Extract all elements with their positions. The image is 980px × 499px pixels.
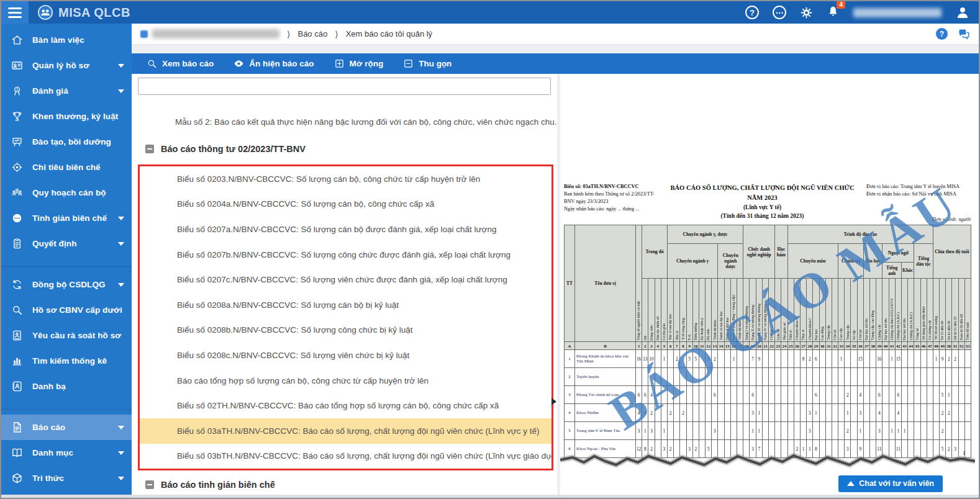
cell	[800, 422, 806, 440]
view-report-button[interactable]: Xem báo cáo	[147, 58, 214, 69]
cell	[680, 350, 686, 368]
cell	[737, 404, 743, 422]
col-number: 42	[895, 342, 901, 350]
report-meta-right: Đơn vị báo cáo: Trung tâm Y tế huyện MIS…	[866, 183, 971, 221]
cell	[769, 404, 775, 422]
breadcrumb-separator: ⟩	[287, 29, 290, 39]
report-item[interactable]: Biểu số 0208a.N/BNV-CBCCVC: Số lượng cán…	[140, 292, 551, 318]
col-number: 19	[750, 342, 756, 350]
cell	[946, 368, 952, 386]
menu-toggle-icon[interactable]	[1, 1, 29, 24]
col-number: 15	[724, 342, 730, 350]
toolbar-button-label: Mở rộng	[350, 59, 384, 68]
cell	[952, 422, 958, 440]
sidebar-item-tim-kiem-thong-ke[interactable]: Tìm kiếm thống kê	[1, 348, 132, 374]
list-scroll-arrow[interactable]	[551, 398, 556, 405]
cell: 15	[895, 350, 901, 368]
bar-chart-icon	[10, 354, 24, 368]
report-item[interactable]: Biểu số 0207a.N/BNV-CBCCVC: Số lượng cán…	[140, 217, 551, 242]
cell: 2	[946, 404, 952, 422]
report-item[interactable]: Mẫu số 2: Báo cáo kết quả thực hiện nâng…	[132, 109, 557, 135]
col-header: Còn lại	[832, 279, 838, 342]
report-item[interactable]: Biểu số 03bTH.N/BNV-CBCCVC: Báo cáo số l…	[140, 444, 551, 469]
sidebar-item-quy-hoach-can-bo[interactable]: Quy hoạch cán bộ	[1, 180, 132, 205]
sidebar-item-quyet-dinh[interactable]: Quyết định	[1, 231, 132, 256]
report-group-header[interactable]: Báo cáo thông tư 02/2023/TT-BNV	[132, 135, 557, 163]
sidebar-item-danh-muc[interactable]: Danh mục	[1, 440, 132, 465]
cell	[851, 368, 857, 386]
col-header: Nam từ 56 đến 60	[958, 279, 964, 342]
more-options-icon[interactable]: ⋯	[773, 6, 786, 19]
col-group-header: Chuyên ngành y	[667, 244, 718, 279]
expand-button[interactable]: Mở rộng	[334, 58, 384, 69]
sidebar-item-bao-cao[interactable]: Báo cáo	[1, 415, 132, 440]
cell	[964, 404, 971, 422]
sidebar-item-danh-ba[interactable]: Danh bạ	[1, 374, 132, 399]
col-header: Từ 41 đến 50	[946, 279, 952, 342]
cell	[667, 350, 673, 368]
cell	[863, 386, 869, 404]
sidebar-item-tri-thuc[interactable]: Tri thức	[1, 465, 132, 491]
collapse-minus-icon[interactable]	[145, 145, 154, 153]
collapse-minus-icon[interactable]	[145, 480, 154, 489]
cell: 3	[636, 422, 642, 440]
sidebar-item-danh-gia[interactable]: 1Đánh giá	[1, 78, 132, 104]
cell	[870, 368, 876, 386]
cell	[927, 368, 933, 386]
col-header: Cao cấp	[838, 279, 845, 342]
sidebar-item-khen-thuong-ky-luat[interactable]: Khen thưởng, kỷ luật	[1, 104, 132, 129]
col-header: Trên 60 tuổi	[964, 279, 971, 342]
report-group-header[interactable]: Báo cáo tinh giản biên chế	[132, 470, 557, 495]
settings-gear-icon[interactable]	[800, 6, 813, 19]
report-item[interactable]: Biểu số 02TH.N/BNV-CBCCVC: Báo cáo tổng …	[140, 393, 551, 418]
sidebar-item-ho-so-cbnv-cap-duoi[interactable]: Hồ sơ CBNV cấp dưới	[1, 297, 132, 323]
col-number: 48	[933, 342, 939, 350]
report-item[interactable]: Biểu số 03aTH.N/BNV-CBCCVC: Báo cáo số l…	[140, 418, 551, 444]
cell	[863, 404, 869, 422]
chat-support-button[interactable]: Chat với tư vấn viên	[838, 475, 943, 492]
cell: 5	[940, 386, 946, 404]
sidebar-item-quan-ly-ho-so[interactable]: Quản lý hồ sơ	[1, 53, 132, 78]
report-item[interactable]: Báo cáo tổng hợp số lượng cán bộ, công c…	[140, 368, 551, 393]
toggle-report-visibility-button[interactable]: Ẩn hiện báo cáo	[234, 58, 314, 69]
cell	[876, 368, 882, 386]
report-item[interactable]: Biểu số 0208c.N/BNV-CBCCVC: Số lượng viê…	[140, 343, 551, 368]
report-search-input[interactable]	[138, 78, 551, 95]
sidebar-item-chi-tieu-bien-che[interactable]: Chỉ tiêu biên chế	[1, 155, 132, 180]
report-item[interactable]: Biểu số 0207b.N/BNV-CBCCVC: Số lượng côn…	[140, 242, 551, 267]
page-help-icon[interactable]: ?	[936, 28, 948, 40]
cell	[870, 422, 876, 440]
org-people-icon	[10, 186, 24, 200]
col-number: B	[575, 342, 636, 350]
col-header: Hạng II và tương đương	[750, 279, 756, 342]
feedback-chat-icon[interactable]	[958, 28, 970, 40]
breadcrumb-org[interactable]	[140, 29, 279, 38]
sidebar-item-ban-lam-viec[interactable]: Bàn làm việc	[1, 27, 132, 53]
cell	[800, 404, 806, 422]
report-item[interactable]: Biểu số 0203.N/BNV-CBCCVC: Số lượng cán …	[140, 166, 551, 192]
collapse-button[interactable]: Thu gọn	[403, 58, 451, 69]
report-item[interactable]: Biểu số 0204a.N/BNV-CBCCVC: Số lượng cán…	[140, 192, 551, 217]
report-item[interactable]: Biểu số 0207c.N/BNV-CBCCVC: Số lượng viê…	[140, 267, 551, 292]
report-item[interactable]: Biểu số 0208b.N/BNV-CBCCVC: Số lượng côn…	[140, 318, 551, 343]
cell	[870, 386, 876, 404]
sidebar-item-tinh-gian-bien-che[interactable]: Tinh giản biên chế	[1, 205, 132, 231]
sidebar-item-dong-bo-csdlqg[interactable]: Đồng bộ CSDLQG	[1, 272, 132, 297]
report-document: Biểu số: 03aTH.N/BNV-CBCCVC Ban hành kèm…	[560, 74, 979, 495]
cell: 16	[876, 350, 882, 368]
user-avatar-icon[interactable]	[955, 5, 970, 20]
unit-name: Tuyến huyện	[575, 368, 636, 386]
help-icon[interactable]: ?	[745, 6, 759, 19]
sidebar-item-dao-tao-boi-duong[interactable]: Đào tạo, bồi dưỡng	[1, 129, 132, 155]
breadcrumb-bao-cao[interactable]: Báo cáo	[297, 29, 327, 38]
cell	[819, 368, 825, 386]
notifications-bell-icon[interactable]: 4	[827, 5, 840, 20]
col-number: 10	[692, 342, 699, 350]
cell	[692, 368, 699, 386]
sidebar-item-label: Tinh giản biên chế	[32, 214, 107, 223]
chat-arrow-icon	[847, 481, 855, 486]
cell	[901, 404, 907, 422]
sidebar-item-yeu-cau-ra-soat-ho-so[interactable]: Yêu cầu rà soát hồ sơ	[1, 323, 132, 348]
sidebar-item-label: Quản lý hồ sơ	[32, 61, 89, 70]
cell	[952, 386, 958, 404]
